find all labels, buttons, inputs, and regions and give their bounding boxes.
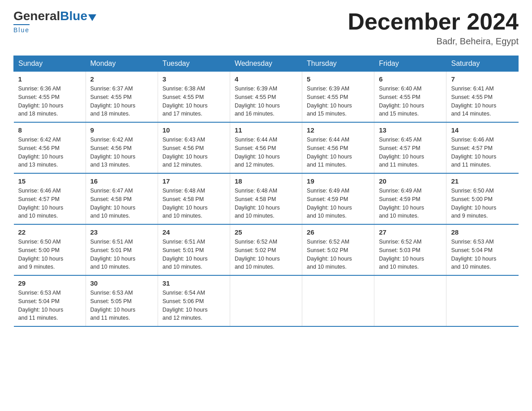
calendar-cell: 5 Sunrise: 6:39 AM Sunset: 4:55 PM Dayli… [302,72,374,123]
day-info: Sunrise: 6:37 AM Sunset: 4:55 PM Dayligh… [90,85,153,118]
day-info: Sunrise: 6:41 AM Sunset: 4:55 PM Dayligh… [451,85,514,118]
day-info: Sunrise: 6:52 AM Sunset: 5:02 PM Dayligh… [307,238,369,271]
day-info: Sunrise: 6:53 AM Sunset: 5:05 PM Dayligh… [90,289,153,322]
week-row-5: 29 Sunrise: 6:53 AM Sunset: 5:04 PM Dayl… [14,275,519,326]
day-info: Sunrise: 6:45 AM Sunset: 4:57 PM Dayligh… [379,136,442,169]
week-row-2: 8 Sunrise: 6:42 AM Sunset: 4:56 PM Dayli… [14,122,519,173]
day-number: 28 [451,228,514,236]
day-number: 9 [90,126,153,134]
day-info: Sunrise: 6:51 AM Sunset: 5:01 PM Dayligh… [163,238,225,271]
header-friday: Friday [374,56,446,72]
calendar-cell: 27 Sunrise: 6:52 AM Sunset: 5:03 PM Dayl… [374,224,446,275]
day-number: 29 [18,279,81,287]
day-info: Sunrise: 6:48 AM Sunset: 4:58 PM Dayligh… [163,187,225,220]
calendar-cell [446,275,519,326]
day-number: 8 [18,126,81,134]
day-number: 12 [307,126,369,134]
week-row-4: 22 Sunrise: 6:50 AM Sunset: 5:00 PM Dayl… [14,224,519,275]
calendar-cell: 6 Sunrise: 6:40 AM Sunset: 4:55 PM Dayli… [374,72,446,123]
day-number: 7 [451,75,514,83]
day-info: Sunrise: 6:53 AM Sunset: 5:04 PM Dayligh… [451,238,514,271]
page-header: General Blue Blue December 2024 Badr, Be… [13,9,519,47]
header-saturday: Saturday [446,56,519,72]
calendar-cell: 2 Sunrise: 6:37 AM Sunset: 4:55 PM Dayli… [86,72,158,123]
day-number: 25 [235,228,297,236]
calendar-cell: 20 Sunrise: 6:49 AM Sunset: 4:59 PM Dayl… [374,173,446,224]
calendar-cell: 22 Sunrise: 6:50 AM Sunset: 5:00 PM Dayl… [14,224,86,275]
day-number: 17 [163,177,225,185]
calendar-cell: 1 Sunrise: 6:36 AM Sunset: 4:55 PM Dayli… [14,72,86,123]
logo-general: General [13,9,60,23]
day-info: Sunrise: 6:42 AM Sunset: 4:56 PM Dayligh… [18,136,81,169]
header-sunday: Sunday [14,56,86,72]
day-number: 11 [235,126,297,134]
day-info: Sunrise: 6:50 AM Sunset: 5:00 PM Dayligh… [451,187,514,220]
day-number: 24 [163,228,225,236]
day-info: Sunrise: 6:40 AM Sunset: 4:55 PM Dayligh… [379,85,442,118]
calendar-cell: 10 Sunrise: 6:43 AM Sunset: 4:56 PM Dayl… [158,122,230,173]
calendar-cell: 9 Sunrise: 6:42 AM Sunset: 4:56 PM Dayli… [86,122,158,173]
header-tuesday: Tuesday [158,56,230,72]
header-monday: Monday [86,56,158,72]
calendar-cell: 14 Sunrise: 6:46 AM Sunset: 4:57 PM Dayl… [446,122,519,173]
calendar-cell: 25 Sunrise: 6:52 AM Sunset: 5:02 PM Dayl… [230,224,302,275]
day-number: 27 [379,228,442,236]
calendar-cell: 30 Sunrise: 6:53 AM Sunset: 5:05 PM Dayl… [86,275,158,326]
calendar-cell: 4 Sunrise: 6:39 AM Sunset: 4:55 PM Dayli… [230,72,302,123]
day-number: 19 [307,177,369,185]
logo-triangle-icon [88,14,96,21]
calendar-cell: 8 Sunrise: 6:42 AM Sunset: 4:56 PM Dayli… [14,122,86,173]
calendar-cell [230,275,302,326]
logo: General Blue Blue [13,9,96,34]
day-info: Sunrise: 6:44 AM Sunset: 4:56 PM Dayligh… [235,136,297,169]
calendar-cell: 23 Sunrise: 6:51 AM Sunset: 5:01 PM Dayl… [86,224,158,275]
calendar-cell: 19 Sunrise: 6:49 AM Sunset: 4:59 PM Dayl… [302,173,374,224]
day-info: Sunrise: 6:43 AM Sunset: 4:56 PM Dayligh… [163,136,225,169]
day-number: 13 [379,126,442,134]
logo-text: General Blue [13,9,96,23]
day-number: 22 [18,228,81,236]
logo-blue-text: Blue [60,9,87,23]
calendar-table: SundayMondayTuesdayWednesdayThursdayFrid… [13,56,519,327]
day-number: 30 [90,279,153,287]
calendar-cell: 26 Sunrise: 6:52 AM Sunset: 5:02 PM Dayl… [302,224,374,275]
day-info: Sunrise: 6:51 AM Sunset: 5:01 PM Dayligh… [90,238,153,271]
day-number: 21 [451,177,514,185]
calendar-cell: 11 Sunrise: 6:44 AM Sunset: 4:56 PM Dayl… [230,122,302,173]
day-info: Sunrise: 6:48 AM Sunset: 4:58 PM Dayligh… [235,187,297,220]
day-number: 16 [90,177,153,185]
calendar-cell: 18 Sunrise: 6:48 AM Sunset: 4:58 PM Dayl… [230,173,302,224]
day-number: 20 [379,177,442,185]
calendar-cell: 28 Sunrise: 6:53 AM Sunset: 5:04 PM Dayl… [446,224,519,275]
calendar-cell: 21 Sunrise: 6:50 AM Sunset: 5:00 PM Dayl… [446,173,519,224]
calendar-cell: 31 Sunrise: 6:54 AM Sunset: 5:06 PM Dayl… [158,275,230,326]
day-number: 14 [451,126,514,134]
day-info: Sunrise: 6:54 AM Sunset: 5:06 PM Dayligh… [163,289,225,322]
day-number: 10 [163,126,225,134]
day-number: 23 [90,228,153,236]
calendar-cell: 15 Sunrise: 6:46 AM Sunset: 4:57 PM Dayl… [14,173,86,224]
day-number: 3 [163,75,225,83]
day-info: Sunrise: 6:46 AM Sunset: 4:57 PM Dayligh… [18,187,81,220]
day-number: 2 [90,75,153,83]
day-number: 4 [235,75,297,83]
title-area: December 2024 Badr, Beheira, Egypt [348,9,519,47]
calendar-cell: 3 Sunrise: 6:38 AM Sunset: 4:55 PM Dayli… [158,72,230,123]
day-number: 18 [235,177,297,185]
day-info: Sunrise: 6:36 AM Sunset: 4:55 PM Dayligh… [18,85,81,118]
calendar-cell: 17 Sunrise: 6:48 AM Sunset: 4:58 PM Dayl… [158,173,230,224]
calendar-cell: 12 Sunrise: 6:44 AM Sunset: 4:56 PM Dayl… [302,122,374,173]
month-title: December 2024 [348,9,519,34]
day-number: 6 [379,75,442,83]
day-info: Sunrise: 6:42 AM Sunset: 4:56 PM Dayligh… [90,136,153,169]
logo-underline: Blue [13,26,30,34]
day-number: 15 [18,177,81,185]
day-number: 1 [18,75,81,83]
calendar-header-row: SundayMondayTuesdayWednesdayThursdayFrid… [14,56,519,72]
week-row-1: 1 Sunrise: 6:36 AM Sunset: 4:55 PM Dayli… [14,72,519,123]
calendar-cell: 16 Sunrise: 6:47 AM Sunset: 4:58 PM Dayl… [86,173,158,224]
calendar-cell: 29 Sunrise: 6:53 AM Sunset: 5:04 PM Dayl… [14,275,86,326]
day-info: Sunrise: 6:39 AM Sunset: 4:55 PM Dayligh… [307,85,369,118]
location: Badr, Beheira, Egypt [348,36,519,47]
day-info: Sunrise: 6:46 AM Sunset: 4:57 PM Dayligh… [451,136,514,169]
